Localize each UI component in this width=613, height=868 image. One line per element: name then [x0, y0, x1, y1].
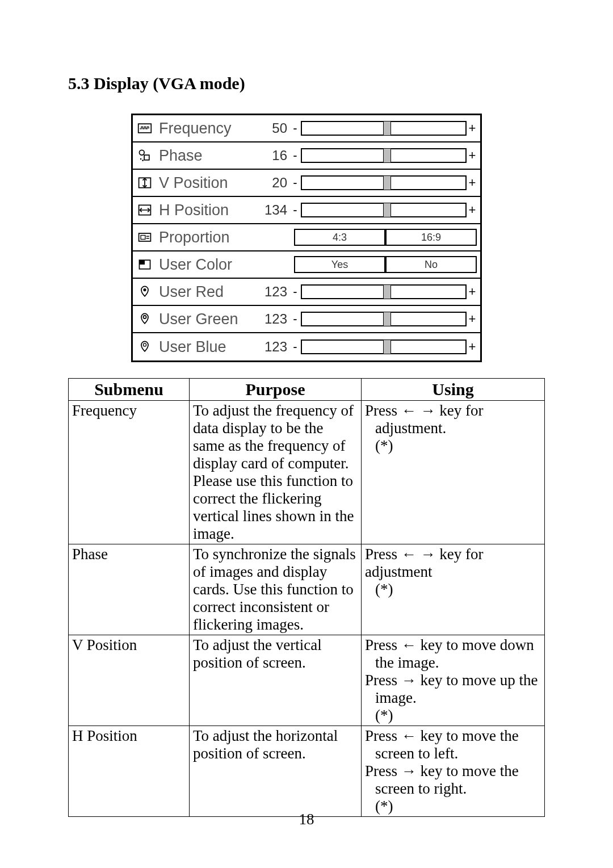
using-text: Press ← → key for	[365, 402, 541, 420]
using-text: Press ← key to move the	[365, 727, 541, 745]
slider-thumb[interactable]	[383, 121, 391, 136]
osd-choice-4-3[interactable]: 4:3	[294, 229, 385, 246]
slider-thumb[interactable]	[383, 203, 391, 217]
cell-purpose: To adjust the frequency of data display …	[190, 401, 362, 544]
slider-thumb[interactable]	[383, 284, 391, 299]
usergreen-icon	[136, 311, 153, 328]
svg-rect-2	[144, 155, 149, 160]
osd-menu: Frequency 50 - + Phase 16 - +	[131, 114, 482, 362]
osd-choices-usercolor: Yes No	[294, 256, 477, 273]
osd-row-userred: User Red 123 - +	[133, 279, 480, 306]
osd-value: 123	[253, 284, 291, 300]
svg-point-12	[143, 316, 146, 318]
using-text: Press → key to move the	[365, 762, 541, 780]
minus-icon: -	[291, 286, 300, 298]
cell-purpose: To adjust the horizontal position of scr…	[190, 726, 362, 817]
osd-label: User Green	[159, 311, 253, 328]
osd-label: H Position	[159, 202, 253, 219]
osd-choice-yes[interactable]: Yes	[294, 256, 385, 273]
vpos-icon	[136, 174, 153, 191]
svg-point-4	[142, 160, 144, 161]
page: 5.3 Display (VGA mode) Frequency 50 - + …	[0, 0, 613, 868]
table-row: V Position To adjust the vertical positi…	[69, 635, 545, 726]
slider-thumb[interactable]	[383, 148, 391, 163]
slider-track	[301, 175, 467, 190]
svg-rect-10	[139, 260, 145, 265]
table-row: Frequency To adjust the frequency of dat…	[69, 401, 545, 544]
osd-value: 20	[253, 175, 291, 191]
slider-track	[301, 312, 467, 326]
slider-track	[301, 339, 467, 354]
osd-label: V Position	[159, 174, 253, 192]
using-text: adjustment.	[365, 420, 541, 437]
osd-slider-frequency[interactable]: - +	[291, 121, 477, 136]
svg-rect-8	[141, 236, 145, 240]
cell-using: Press ← → key for adjustment (*)	[362, 544, 545, 635]
table-header-purpose: Purpose	[190, 379, 362, 401]
osd-row-frequency: Frequency 50 - +	[133, 115, 480, 142]
osd-label: User Blue	[159, 338, 253, 356]
osd-label: Frequency	[159, 120, 253, 137]
cell-using: Press ← → key for adjustment. (*)	[362, 401, 545, 544]
osd-value: 50	[253, 120, 291, 136]
proportion-icon	[136, 229, 153, 246]
osd-row-usergreen: User Green 123 - +	[133, 306, 480, 333]
osd-value: 16	[253, 148, 291, 163]
slider-thumb[interactable]	[383, 312, 391, 326]
osd-choice-16-9[interactable]: 16:9	[385, 229, 477, 246]
osd-value: 123	[253, 311, 291, 327]
osd-label: User Color	[159, 256, 253, 274]
osd-row-proportion: Proportion 4:3 16:9	[133, 224, 480, 251]
osd-choice-no[interactable]: No	[385, 256, 477, 273]
hpos-icon	[136, 202, 153, 219]
osd-label: User Red	[159, 283, 253, 301]
minus-icon: -	[291, 149, 300, 162]
osd-label: Proportion	[159, 229, 253, 246]
using-text: screen to left.	[365, 745, 541, 762]
minus-icon: -	[291, 313, 300, 325]
using-text: (*)	[365, 707, 541, 724]
using-text: image.	[365, 689, 541, 707]
minus-icon: -	[291, 122, 300, 135]
plus-icon: +	[468, 149, 477, 162]
svg-rect-0	[138, 124, 152, 133]
osd-row-hposition: H Position 134 - +	[133, 197, 480, 224]
slider-thumb[interactable]	[383, 339, 391, 354]
cell-purpose: To adjust the vertical position of scree…	[190, 635, 362, 726]
page-number: 18	[0, 811, 613, 828]
osd-slider-phase[interactable]: - +	[291, 148, 477, 163]
osd-slider-userblue[interactable]: - +	[291, 339, 477, 354]
slider-track	[301, 203, 467, 217]
usercolor-icon	[136, 256, 153, 273]
plus-icon: +	[468, 122, 477, 135]
plus-icon: +	[468, 341, 477, 353]
userblue-icon	[136, 338, 153, 355]
osd-slider-usergreen[interactable]: - +	[291, 312, 477, 326]
cell-using: Press ← key to move the screen to left. …	[362, 726, 545, 817]
svg-point-11	[143, 288, 146, 291]
table-header-submenu: Submenu	[69, 379, 190, 401]
slider-thumb[interactable]	[383, 175, 391, 190]
plus-icon: +	[468, 177, 477, 189]
svg-point-13	[143, 343, 146, 346]
using-text: screen to right.	[365, 780, 541, 798]
cell-submenu: V Position	[69, 635, 190, 726]
cell-submenu: Phase	[69, 544, 190, 635]
plus-icon: +	[468, 286, 477, 298]
using-text: the image.	[365, 654, 541, 672]
using-text: (*)	[365, 581, 541, 598]
osd-label: Phase	[159, 147, 253, 165]
slider-track	[301, 148, 467, 163]
table-row: H Position To adjust the horizontal posi…	[69, 726, 545, 817]
svg-point-3	[140, 158, 142, 160]
description-table: Submenu Purpose Using Frequency To adjus…	[68, 378, 545, 817]
using-text: Press ← → key for adjustment	[365, 546, 541, 581]
osd-slider-vposition[interactable]: - +	[291, 175, 477, 190]
osd-slider-userred[interactable]: - +	[291, 284, 477, 299]
minus-icon: -	[291, 177, 300, 189]
section-title: 5.3 Display (VGA mode)	[68, 74, 545, 93]
osd-row-phase: Phase 16 - +	[133, 142, 480, 170]
using-text: Press → key to move up the	[365, 672, 541, 689]
minus-icon: -	[291, 204, 300, 216]
osd-slider-hposition[interactable]: - +	[291, 203, 477, 217]
